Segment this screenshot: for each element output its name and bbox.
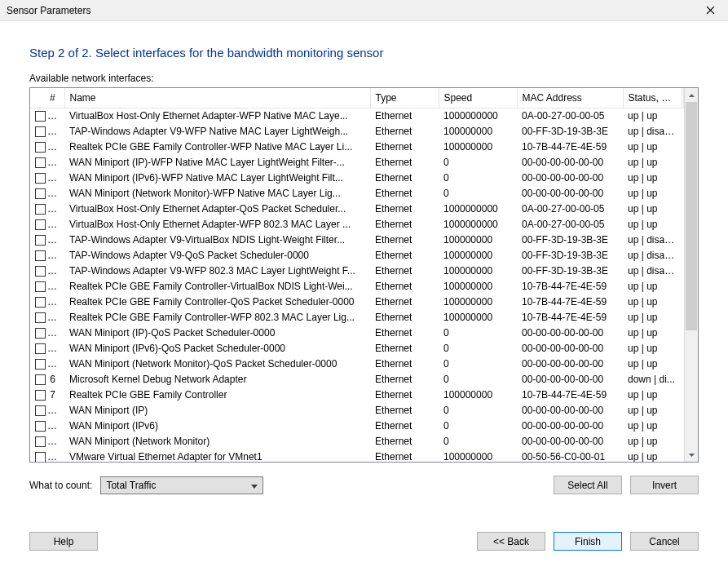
row-speed: 0 bbox=[439, 356, 517, 372]
row-status: up | up bbox=[623, 186, 682, 201]
what-to-count-combo[interactable]: Total Traffic bbox=[100, 476, 263, 494]
row-name: TAP-Windows Adapter V9-WFP Native MAC La… bbox=[64, 124, 370, 139]
row-checkbox[interactable] bbox=[35, 359, 46, 370]
scroll-up-arrow-icon[interactable] bbox=[685, 88, 698, 102]
row-checkbox[interactable] bbox=[35, 312, 46, 323]
row-speed: 100000000 bbox=[439, 449, 517, 463]
table-row[interactable]: 39Realtek PCIe GBE Family Controller-QoS… bbox=[30, 294, 684, 310]
content-area: Step 2 of 2. Select interfaces for the b… bbox=[0, 21, 728, 551]
help-button[interactable]: Help bbox=[29, 532, 98, 551]
row-checkbox[interactable] bbox=[35, 421, 46, 432]
table-row[interactable]: 10WAN Miniport (IPv6)Ethernet000-00-00-0… bbox=[30, 418, 684, 434]
row-checkbox[interactable] bbox=[35, 204, 46, 215]
table-row[interactable]: 29WAN Miniport (Network Monitor)-WFP Nat… bbox=[30, 186, 684, 201]
row-status: up | up bbox=[623, 217, 682, 232]
table-row[interactable]: 38Realtek PCIe GBE Family Controller-Vir… bbox=[30, 279, 684, 294]
row-name: TAP-Windows Adapter V9-WFP 802.3 MAC Lay… bbox=[64, 263, 370, 279]
table-row[interactable]: 35TAP-Windows Adapter V9-QoS Packet Sche… bbox=[30, 248, 684, 263]
row-checkbox[interactable] bbox=[35, 126, 46, 137]
row-checkbox[interactable] bbox=[35, 219, 46, 230]
row-mac: 0A-00-27-00-00-05 bbox=[517, 201, 623, 217]
row-name: TAP-Windows Adapter V9-QoS Packet Schedu… bbox=[64, 248, 370, 263]
row-speed: 100000000 bbox=[439, 387, 517, 403]
finish-button[interactable]: Finish bbox=[554, 532, 622, 551]
invert-button[interactable]: Invert bbox=[630, 476, 699, 494]
table-row[interactable]: 43WAN Miniport (Network Monitor)-QoS Pac… bbox=[30, 356, 684, 372]
table-row[interactable]: 22WAN Miniport (IP)Ethernet000-00-00-00-… bbox=[30, 403, 684, 418]
table-row[interactable]: 41WAN Miniport (IP)-QoS Packet Scheduler… bbox=[30, 325, 684, 341]
table-row[interactable]: 31VirtualBox Host-Only Ethernet Adapter-… bbox=[30, 217, 684, 232]
table-row[interactable]: 37TAP-Windows Adapter V9-WFP 802.3 MAC L… bbox=[30, 263, 684, 279]
table-row[interactable]: 26Realtek PCIe GBE Family Controller-WFP… bbox=[30, 139, 684, 155]
row-checkbox[interactable] bbox=[35, 405, 46, 416]
row-type: Ethernet bbox=[370, 387, 439, 403]
row-mac: 10-7B-44-7E-4E-59 bbox=[517, 139, 623, 155]
table-row[interactable]: 6Microsoft Kernel Debug Network AdapterE… bbox=[30, 372, 684, 387]
row-status: up | up bbox=[623, 139, 682, 155]
row-name: Realtek PCIe GBE Family Controller bbox=[64, 387, 370, 403]
scroll-thumb[interactable] bbox=[686, 102, 697, 330]
interfaces-table-scroll: # Name Type Speed MAC Address Status, ad… bbox=[30, 88, 684, 462]
selection-buttons: Select All Invert bbox=[554, 476, 699, 494]
row-status: up | up bbox=[623, 341, 682, 356]
column-header-name[interactable]: Name bbox=[64, 88, 370, 108]
row-checkbox[interactable] bbox=[35, 173, 46, 184]
table-row[interactable]: 33TAP-Windows Adapter V9-VirtualBox NDIS… bbox=[30, 232, 684, 248]
chevron-down-icon bbox=[251, 480, 258, 491]
row-checkbox[interactable] bbox=[35, 390, 46, 401]
cancel-button[interactable]: Cancel bbox=[630, 532, 699, 551]
row-checkbox[interactable] bbox=[35, 328, 46, 339]
table-row[interactable]: 30VirtualBox Host-Only Ethernet Adapter-… bbox=[30, 201, 684, 217]
row-mac: 00-00-00-00-00-00 bbox=[517, 170, 623, 186]
table-row[interactable]: 17VMware Virtual Ethernet Adapter for VM… bbox=[30, 449, 684, 463]
row-checkbox[interactable] bbox=[35, 297, 46, 308]
row-type: Ethernet bbox=[370, 341, 439, 356]
table-row[interactable]: 19WAN Miniport (Network Monitor)Ethernet… bbox=[30, 434, 684, 449]
table-row[interactable]: 42WAN Miniport (IPv6)-QoS Packet Schedul… bbox=[30, 341, 684, 356]
row-checkbox[interactable] bbox=[35, 188, 46, 199]
row-checkbox[interactable] bbox=[35, 281, 46, 292]
row-checkbox[interactable] bbox=[35, 142, 46, 153]
row-type: Ethernet bbox=[370, 449, 439, 463]
back-button[interactable]: << Back bbox=[477, 532, 545, 551]
vertical-scrollbar[interactable] bbox=[684, 88, 698, 462]
table-row[interactable]: 27WAN Miniport (IP)-WFP Native MAC Layer… bbox=[30, 155, 684, 170]
row-checkbox[interactable] bbox=[35, 157, 46, 168]
row-status: up | disab... bbox=[623, 124, 682, 139]
row-name: Microsoft Kernel Debug Network Adapter bbox=[64, 372, 370, 387]
row-status: up | up bbox=[623, 325, 682, 341]
row-status: up | up bbox=[623, 155, 682, 170]
column-header-speed[interactable]: Speed bbox=[439, 88, 517, 108]
row-checkbox[interactable] bbox=[35, 436, 46, 447]
row-checkbox[interactable] bbox=[35, 374, 46, 385]
scroll-track[interactable] bbox=[685, 102, 698, 448]
table-row[interactable]: 23VirtualBox Host-Only Ethernet Adapter-… bbox=[30, 108, 684, 124]
row-checkbox[interactable] bbox=[35, 452, 46, 462]
table-row[interactable]: 40Realtek PCIe GBE Family Controller-WFP… bbox=[30, 310, 684, 325]
row-checkbox[interactable] bbox=[35, 266, 46, 277]
row-mac: 10-7B-44-7E-4E-59 bbox=[517, 279, 623, 294]
row-speed: 100000000 bbox=[439, 232, 517, 248]
select-all-button[interactable]: Select All bbox=[554, 476, 622, 494]
table-row[interactable]: 28WAN Miniport (IPv6)-WFP Native MAC Lay… bbox=[30, 170, 684, 186]
column-header-mac[interactable]: MAC Address bbox=[517, 88, 623, 108]
close-icon[interactable] bbox=[697, 2, 723, 19]
row-speed: 0 bbox=[439, 372, 517, 387]
column-header-type[interactable]: Type bbox=[370, 88, 439, 108]
scroll-down-arrow-icon[interactable] bbox=[685, 448, 698, 462]
row-checkbox[interactable] bbox=[35, 343, 46, 354]
row-checkbox[interactable] bbox=[35, 235, 46, 246]
row-name: WAN Miniport (IPv6)-WFP Native MAC Layer… bbox=[64, 170, 370, 186]
column-header-status[interactable]: Status, ad... bbox=[623, 88, 682, 108]
row-mac: 0A-00-27-00-00-05 bbox=[517, 217, 623, 232]
row-status: up | up bbox=[623, 201, 682, 217]
column-header-num[interactable]: # bbox=[30, 88, 64, 108]
interfaces-table-container: # Name Type Speed MAC Address Status, ad… bbox=[29, 87, 699, 463]
table-row[interactable]: 7Realtek PCIe GBE Family ControllerEther… bbox=[30, 387, 684, 403]
bottom-button-row: Help << Back Finish Cancel bbox=[29, 532, 699, 551]
row-mac: 10-7B-44-7E-4E-59 bbox=[517, 387, 623, 403]
row-checkbox[interactable] bbox=[35, 250, 46, 261]
row-checkbox[interactable] bbox=[35, 111, 46, 122]
row-mac: 00-50-56-C0-00-01 bbox=[517, 449, 623, 463]
table-row[interactable]: 24TAP-Windows Adapter V9-WFP Native MAC … bbox=[30, 124, 684, 139]
